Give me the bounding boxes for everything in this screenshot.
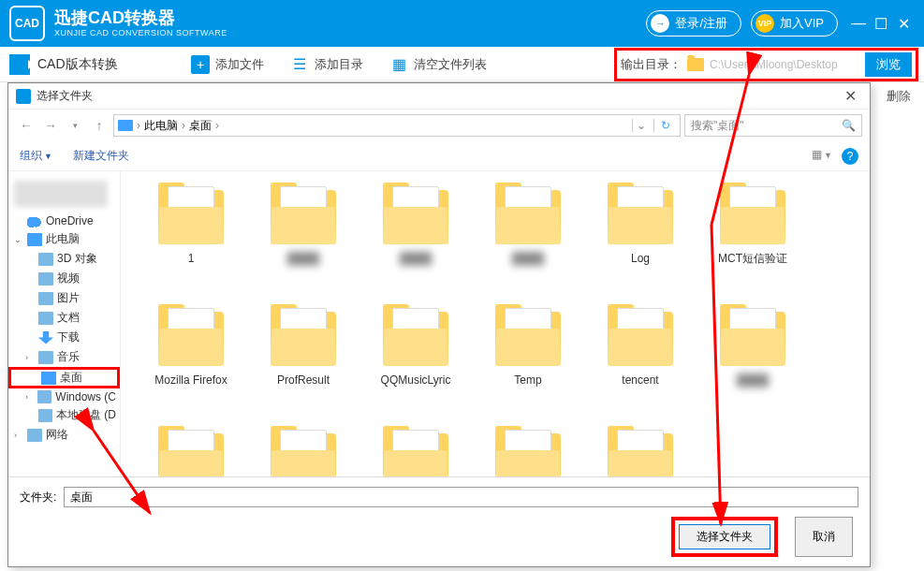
search-icon: 🔍 <box>842 119 856 132</box>
folder-label: Temp <box>486 373 570 387</box>
new-folder-button[interactable]: 新建文件夹 <box>73 148 129 164</box>
view-button[interactable]: ▦▼ <box>812 148 832 165</box>
tree-item[interactable]: 视频 <box>8 269 120 288</box>
ico-cloud-icon <box>27 214 42 227</box>
clear-list-button[interactable]: ▦ 清空文件列表 <box>376 55 500 74</box>
add-dir-label: 添加目录 <box>315 56 363 73</box>
mode-selector[interactable]: CAD版本转换 <box>0 54 178 75</box>
nav-back-button[interactable]: ← <box>16 115 37 136</box>
folder-item[interactable]: MCT短信验证 <box>711 181 795 302</box>
folder-item[interactable]: Mozilla Firefox <box>149 302 233 424</box>
folder-item[interactable]: ████ <box>486 424 570 476</box>
folder-item[interactable]: ████ <box>149 424 233 476</box>
ico-generic-icon <box>38 312 53 325</box>
folder-icon <box>495 433 561 476</box>
chevron-icon: ⌄ <box>14 235 23 244</box>
tree-item-label: 文档 <box>57 310 80 326</box>
clear-list-label: 清空文件列表 <box>414 56 487 73</box>
login-button[interactable]: → 登录/注册 <box>646 10 741 37</box>
folder-label: ████ <box>711 373 795 387</box>
minimize-button[interactable]: — <box>847 15 870 32</box>
folder-name-input[interactable] <box>64 487 858 507</box>
breadcrumb[interactable]: › 此电脑 › 桌面 › ⌄ ↻ <box>113 114 681 137</box>
folder-item[interactable]: Log <box>598 181 682 302</box>
help-button[interactable]: ? <box>842 148 858 165</box>
nav-fwd-button[interactable]: → <box>40 115 61 136</box>
folder-icon <box>495 312 561 366</box>
mode-label: CAD版本转换 <box>37 56 118 73</box>
close-button[interactable]: ✕ <box>892 15 915 33</box>
tree-item[interactable]: 文档 <box>8 308 120 328</box>
ico-generic-icon <box>38 292 53 305</box>
folder-item[interactable] <box>598 424 682 476</box>
tree-item[interactable]: ⌄此电脑 <box>8 229 120 249</box>
vip-label: 加入VIP <box>780 15 824 32</box>
folder-item[interactable]: ████ <box>711 302 795 424</box>
ico-generic-icon <box>38 253 53 266</box>
folder-item[interactable]: QQMusicLyric <box>374 302 458 424</box>
ico-dl-icon <box>38 331 53 344</box>
ico-generic-icon <box>38 272 53 286</box>
search-placeholder: 搜索"桌面" <box>691 118 744 134</box>
vip-badge-icon: VIP <box>755 14 774 33</box>
dialog-close-button[interactable]: ✕ <box>839 87 862 105</box>
path-dropdown[interactable]: ⌄ <box>632 119 650 132</box>
chevron-icon: › <box>25 392 34 402</box>
nav-history-button[interactable]: ▾ <box>65 115 85 136</box>
crumb-desktop[interactable]: 桌面 <box>189 118 212 134</box>
folder-icon <box>383 312 448 366</box>
tree-item[interactable]: 本地磁盘 (D <box>8 405 120 425</box>
cancel-button[interactable]: 取消 <box>795 517 853 557</box>
folder-icon <box>495 190 561 244</box>
folder-item[interactable]: ████ <box>486 181 570 302</box>
browse-button[interactable]: 浏览 <box>865 52 912 77</box>
folder-item[interactable]: ████ <box>374 181 458 302</box>
tree-item[interactable]: 桌面 <box>8 367 120 388</box>
select-folder-button[interactable]: 选择文件夹 <box>679 524 770 549</box>
folder-icon <box>608 312 673 366</box>
folder-dialog: 选择文件夹 ✕ ← → ▾ ↑ › 此电脑 › 桌面 › ⌄ ↻ 搜索"桌面" … <box>7 82 871 567</box>
folder-item[interactable]: tencent <box>598 302 682 424</box>
crumb-pc[interactable]: 此电脑 <box>144 118 178 134</box>
tree-item-label: Windows (C <box>55 390 116 403</box>
organize-button[interactable]: 组织▼ <box>20 148 52 164</box>
tree-item[interactable]: ›网络 <box>8 425 120 445</box>
folder-item[interactable]: ████ <box>261 424 345 476</box>
folder-item[interactable]: ████ <box>374 424 458 476</box>
tree-item[interactable]: 下载 <box>8 328 120 347</box>
delete-button[interactable]: 删除 <box>887 88 911 105</box>
folder-icon <box>271 312 336 366</box>
app-subtitle: XUNJIE CAD CONVERSION SOFTWARE <box>54 28 646 37</box>
tree-item[interactable]: ›Windows (C <box>8 388 120 405</box>
toolbar: CAD版本转换 + 添加文件 ☰ 添加目录 ▦ 清空文件列表 输出目录： C:\… <box>0 47 924 82</box>
tree-item[interactable]: OneDrive <box>8 212 120 229</box>
search-input[interactable]: 搜索"桌面" 🔍 <box>684 114 862 137</box>
folder-label: Log <box>598 252 682 265</box>
folder-item[interactable]: ████ <box>261 181 345 302</box>
folder-item[interactable]: 1 <box>149 181 233 302</box>
tree-item[interactable]: ›音乐 <box>8 347 120 367</box>
refresh-button[interactable]: ↻ <box>653 119 676 132</box>
chevron-right-icon: › <box>137 119 140 132</box>
add-dir-button[interactable]: ☰ 添加目录 <box>277 55 376 74</box>
add-file-button[interactable]: + 添加文件 <box>178 55 277 74</box>
folder-label: MCT短信验证 <box>711 252 795 265</box>
tree-item-label: 音乐 <box>57 349 80 365</box>
folder-icon <box>687 58 704 71</box>
organize-row: 组织▼ 新建文件夹 ▦▼ ? <box>8 141 870 171</box>
tree-item-label: 桌面 <box>60 370 82 386</box>
app-header: CAD 迅捷CAD转换器 XUNJIE CAD CONVERSION SOFTW… <box>0 0 924 47</box>
maximize-button[interactable]: ☐ <box>870 15 892 33</box>
folder-item[interactable]: ProfResult <box>261 302 345 424</box>
ico-generic-icon <box>38 409 52 422</box>
pc-icon <box>118 120 133 131</box>
folder-grid: 1████████████LogMCT短信验证Mozilla FirefoxPr… <box>121 171 870 476</box>
tree-item[interactable]: 3D 对象 <box>8 249 120 269</box>
tree-item[interactable]: 图片 <box>8 288 120 308</box>
tree-item-label: 下载 <box>57 329 80 345</box>
vip-button[interactable]: VIP 加入VIP <box>751 10 838 37</box>
folder-item[interactable]: Temp <box>486 302 570 424</box>
plus-icon: + <box>191 55 210 74</box>
folder-label: ProfResult <box>261 373 345 387</box>
nav-up-button[interactable]: ↑ <box>89 115 110 136</box>
